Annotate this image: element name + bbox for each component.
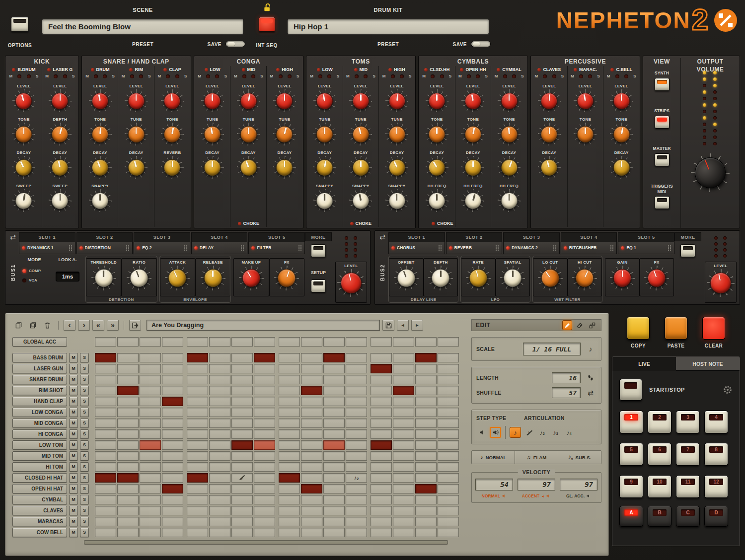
- step-cell[interactable]: [117, 495, 139, 504]
- solo-button[interactable]: S: [80, 451, 89, 461]
- step-cell[interactable]: [162, 375, 183, 384]
- acc-step-cell[interactable]: [415, 337, 437, 347]
- solo-button[interactable]: S: [80, 440, 89, 450]
- step-cell[interactable]: [162, 528, 183, 537]
- tune-knob[interactable]: [128, 126, 145, 142]
- note-icon[interactable]: ♪: [585, 344, 596, 354]
- fill-tool-icon[interactable]: [587, 320, 597, 330]
- grip-icon[interactable]: [240, 245, 244, 251]
- solo-led[interactable]: [175, 74, 179, 78]
- setup-button[interactable]: [311, 280, 326, 292]
- level-knob[interactable]: [429, 93, 445, 109]
- step-cell[interactable]: [254, 517, 275, 526]
- pad-4[interactable]: 4: [704, 411, 728, 433]
- step-cell[interactable]: [95, 386, 116, 395]
- step-cell[interactable]: [346, 451, 367, 461]
- step-cell[interactable]: [438, 495, 459, 504]
- step-cell[interactable]: [209, 462, 230, 472]
- step-cell[interactable]: [254, 440, 275, 450]
- step-cell[interactable]: [415, 353, 437, 362]
- step-cell[interactable]: [346, 408, 367, 417]
- solo-led[interactable]: [63, 74, 67, 78]
- step-cell[interactable]: [346, 506, 367, 515]
- more-button[interactable]: [680, 244, 695, 257]
- step-cell[interactable]: [187, 429, 208, 439]
- step-cell[interactable]: [187, 440, 208, 450]
- step-cell[interactable]: [415, 451, 437, 461]
- tone-knob[interactable]: [15, 126, 32, 142]
- step-cell[interactable]: [323, 386, 345, 395]
- mute-button[interactable]: M: [69, 408, 78, 417]
- fx-knob[interactable]: [275, 267, 298, 289]
- duplicate-icon[interactable]: [12, 320, 24, 331]
- step-cell[interactable]: [254, 528, 275, 537]
- step-cell[interactable]: [95, 462, 116, 472]
- step-cell[interactable]: [162, 495, 183, 504]
- track-snare-drum[interactable]: SNARE DRUM: [12, 375, 67, 384]
- scene-field[interactable]: Feel the Booming Blow: [42, 19, 244, 34]
- step-cell[interactable]: [438, 386, 459, 395]
- step-cell[interactable]: [371, 517, 392, 526]
- step-cell[interactable]: [140, 495, 161, 504]
- start-stop-button[interactable]: [619, 379, 642, 401]
- step-cell[interactable]: [346, 419, 367, 428]
- step-cell[interactable]: [415, 375, 437, 384]
- step-cell[interactable]: [162, 364, 183, 373]
- step-cell[interactable]: [140, 440, 161, 450]
- step-cell[interactable]: [187, 397, 208, 406]
- pad-10[interactable]: 10: [648, 475, 671, 498]
- level-knob[interactable]: [339, 271, 364, 295]
- step-cell[interactable]: [393, 495, 414, 504]
- step-cell[interactable]: [438, 364, 459, 373]
- mode-option-comp[interactable]: COMP.: [22, 269, 50, 273]
- tune-knob[interactable]: [275, 124, 295, 144]
- mute-button[interactable]: M: [69, 364, 78, 373]
- solo-led[interactable]: [624, 74, 628, 78]
- gear-icon[interactable]: [723, 385, 733, 395]
- step-cell[interactable]: [393, 462, 414, 472]
- step-cell[interactable]: [323, 419, 345, 428]
- step-cell[interactable]: [323, 517, 345, 526]
- grip-icon[interactable]: [126, 245, 130, 251]
- step-cell[interactable]: [209, 419, 230, 428]
- mute-button[interactable]: M: [69, 473, 78, 483]
- step-cell[interactable]: [371, 408, 392, 417]
- solo-led[interactable]: [440, 74, 444, 78]
- step-cell[interactable]: [346, 495, 367, 504]
- step-cell[interactable]: [231, 386, 253, 395]
- step-cell[interactable]: [187, 451, 208, 461]
- mute-led[interactable]: [17, 74, 21, 78]
- step-cell[interactable]: [438, 484, 459, 493]
- step-cell[interactable]: [187, 517, 208, 526]
- speaker-icon[interactable]: [476, 427, 488, 438]
- step-cell[interactable]: [279, 473, 300, 483]
- step-cell[interactable]: [415, 364, 437, 373]
- track-hand-clap[interactable]: HAND CLAP: [12, 397, 67, 406]
- step-cell[interactable]: [415, 528, 437, 537]
- step-cell[interactable]: [346, 375, 367, 384]
- level-knob[interactable]: [463, 91, 482, 110]
- step-cell[interactable]: [393, 386, 414, 395]
- mute-led[interactable]: [279, 74, 283, 78]
- decay-knob[interactable]: [315, 158, 334, 177]
- decay-knob[interactable]: [204, 159, 221, 176]
- track-cow-bell[interactable]: COW BELL: [12, 528, 67, 537]
- reverb-knob[interactable]: [164, 159, 180, 176]
- step-cell[interactable]: [140, 353, 161, 362]
- step-cell[interactable]: [140, 451, 161, 461]
- decay-knob[interactable]: [51, 158, 70, 177]
- step-cell[interactable]: [371, 451, 392, 461]
- step-cell[interactable]: [117, 451, 139, 461]
- step-cell[interactable]: [393, 364, 414, 373]
- step-cell[interactable]: [140, 484, 161, 493]
- step-cell[interactable]: [209, 386, 230, 395]
- step-cell[interactable]: [415, 484, 437, 493]
- step-cell[interactable]: [95, 397, 116, 406]
- master-button[interactable]: [655, 153, 670, 166]
- mute-led[interactable]: [431, 74, 435, 78]
- paste-button[interactable]: PASTE: [665, 317, 687, 349]
- level-knob[interactable]: [613, 93, 630, 109]
- acc-step-cell[interactable]: [187, 337, 208, 347]
- decay-knob[interactable]: [126, 157, 146, 177]
- tone-knob[interactable]: [163, 125, 182, 143]
